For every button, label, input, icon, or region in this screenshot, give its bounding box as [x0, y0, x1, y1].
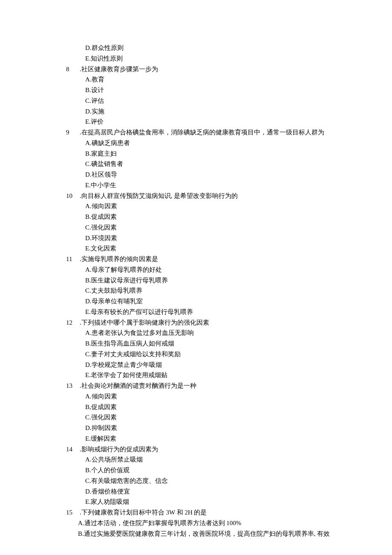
answer-option: E.文化因素 — [66, 243, 341, 254]
answer-option: E.评价 — [66, 116, 341, 127]
answer-option: E.母亲有较长的产假可以进行母乳喂养 — [66, 307, 341, 317]
answer-option: A.碘缺乏病患者 — [66, 138, 341, 148]
question-number: 10 — [66, 191, 80, 201]
question-stem: 13.社会舆论对酗酒的谴责对酗酒行为是一种 — [66, 381, 341, 391]
question-stem: 14.影响戒烟行为的促成因素为 — [66, 444, 341, 455]
answer-option: B.家庭主妇 — [66, 148, 341, 159]
answer-option: E.老张学会了如何使用戒烟贴 — [66, 370, 341, 381]
question-number: 12 — [66, 317, 80, 328]
question-text: .向目标人群宣传预防艾滋病知识, 是希望改变影响行为的 — [80, 191, 341, 201]
document-page: D.群众性原则E.知识性原则8.社区健康教育步骤第一步为A.教育B.设计C.评估… — [0, 0, 392, 555]
answer-option: C.强化因素 — [66, 222, 341, 233]
question-text: .影响戒烟行为的促成因素为 — [80, 444, 341, 455]
question-stem: 11.实施母乳喂养的倾向因素是 — [66, 254, 341, 264]
question-number: 11 — [66, 254, 80, 264]
question-stem: 10.向目标人群宣传预防艾滋病知识, 是希望改变影响行为的 — [66, 191, 341, 201]
answer-option: B.医生指导高血压病人如何戒烟 — [66, 338, 341, 349]
answer-option: A.患者老张认为食盐过多对血压无影响 — [66, 328, 341, 338]
question-text: .在提高居民户合格碘盐食用率，消除碘缺乏病的健康教育项目中，通常一级目标人群为 — [80, 127, 341, 138]
question-text: .下列健康教育计划目标中符合 3W 和 2H 的是 — [80, 507, 341, 518]
answer-option: B.促成因素 — [66, 212, 341, 222]
answer-option: D.母亲单位有哺乳室 — [66, 296, 341, 307]
answer-option: C.评估 — [66, 96, 341, 106]
answer-option: C.有关吸烟危害的态度、信念 — [66, 476, 341, 486]
question-number: 13 — [66, 381, 80, 391]
answer-option: C.碘盐销售者 — [66, 159, 341, 169]
answer-option: E.家人劝阻吸烟 — [66, 497, 341, 507]
question-number: 8 — [66, 64, 80, 75]
question-text: .实施母乳喂养的倾向因素是 — [80, 254, 341, 264]
answer-option: A.倾向因素 — [66, 201, 341, 212]
answer-option: A.教育 — [66, 74, 341, 85]
question-text: .社会舆论对酗酒的谴责对酗酒行为是一种 — [80, 381, 341, 391]
answer-option: B.医生建议母亲进行母乳喂养 — [66, 275, 341, 286]
answer-option: B.个人的价值观 — [66, 465, 341, 476]
question-text: .下列描述中哪个属于影响健康行为的强化因素 — [80, 317, 341, 328]
answer-option: A.通过本活动，使住院产妇掌握母乳喂养方法者达到 100% — [66, 518, 341, 529]
answer-option: D.学校规定禁止青少年吸烟 — [66, 360, 341, 370]
answer-option: A.倾向因素 — [66, 391, 341, 402]
answer-option: D.环境因素 — [66, 233, 341, 244]
answer-option: C.强化因素 — [66, 412, 341, 423]
answer-option: D.社区领导 — [66, 169, 341, 180]
question-number: 9 — [66, 127, 80, 138]
question-number: 15 — [66, 507, 80, 518]
answer-option: D.实施 — [66, 106, 341, 117]
question-stem: 8.社区健康教育步骤第一步为 — [66, 64, 341, 75]
question-stem: 12.下列描述中哪个属于影响健康行为的强化因素 — [66, 317, 341, 328]
answer-option: E.知识性原则 — [66, 53, 341, 64]
answer-option: D.香烟价格便宜 — [66, 486, 341, 497]
answer-option: E.中小学生 — [66, 180, 341, 191]
answer-option: B.通过实施爱婴医院健康教育三年计划，改善医院环境，提高住院产妇的母乳喂养率, … — [66, 529, 341, 539]
answer-option: C.丈夫鼓励母乳喂养 — [66, 285, 341, 296]
answer-option: D.群众性原则 — [66, 43, 341, 53]
answer-option: E.缓解因素 — [66, 433, 341, 444]
question-text: .社区健康教育步骤第一步为 — [80, 64, 341, 75]
question-stem: 9.在提高居民户合格碘盐食用率，消除碘缺乏病的健康教育项目中，通常一级目标人群为 — [66, 127, 341, 138]
answer-option: C.妻子对丈夫戒烟给以支持和奖励 — [66, 349, 341, 360]
question-number: 14 — [66, 444, 80, 455]
answer-option: B,促成因素 — [66, 402, 341, 413]
answer-option: A.母亲了解母乳喂养的好处 — [66, 264, 341, 275]
question-stem: 15.下列健康教育计划目标中符合 3W 和 2H 的是 — [66, 507, 341, 518]
answer-option: D.抑制因素 — [66, 423, 341, 433]
answer-option: A.公共场所禁止吸烟 — [66, 454, 341, 465]
answer-option: B.设计 — [66, 85, 341, 96]
